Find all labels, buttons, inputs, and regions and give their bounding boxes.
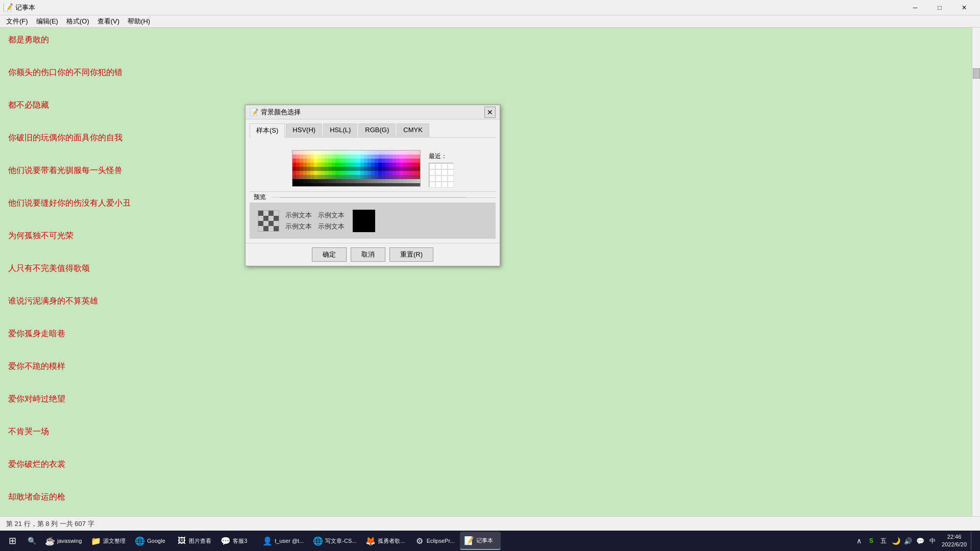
svg-rect-114 xyxy=(314,163,318,167)
svg-rect-261 xyxy=(325,179,329,184)
tray-s-icon[interactable]: S xyxy=(866,536,876,546)
close-button[interactable]: ✕ xyxy=(952,0,976,15)
taskbar-item-label: 客服3 xyxy=(233,537,247,545)
svg-rect-124 xyxy=(350,163,354,167)
svg-rect-208 xyxy=(393,171,397,176)
menu-help[interactable]: 帮助(H) xyxy=(124,16,154,27)
taskbar-item[interactable]: 🌐写文章-CS... xyxy=(309,532,360,550)
svg-rect-2 xyxy=(300,151,304,155)
svg-rect-97 xyxy=(382,159,386,163)
recent-cell[interactable] xyxy=(435,163,442,169)
svg-rect-25 xyxy=(382,151,386,155)
svg-rect-247 xyxy=(403,175,407,180)
svg-rect-196 xyxy=(350,171,354,176)
maximize-button[interactable]: □ xyxy=(928,0,951,15)
recent-cell[interactable] xyxy=(448,182,454,188)
svg-rect-252 xyxy=(292,179,297,184)
taskbar-item[interactable]: 🦊孤勇者歌... xyxy=(361,532,409,550)
svg-rect-268 xyxy=(350,179,354,184)
svg-rect-216 xyxy=(292,175,297,180)
menu-edit[interactable]: 编辑(E) xyxy=(32,16,62,27)
svg-rect-201 xyxy=(368,171,372,176)
recent-cell[interactable] xyxy=(429,163,435,169)
menu-view[interactable]: 查看(V) xyxy=(93,16,124,27)
svg-rect-154 xyxy=(328,167,332,171)
svg-rect-117 xyxy=(325,163,329,167)
vertical-scrollbar[interactable] xyxy=(972,28,980,537)
search-button[interactable]: 🔍 xyxy=(22,532,41,550)
svg-rect-309 xyxy=(368,183,372,187)
svg-rect-118 xyxy=(328,163,332,167)
svg-rect-150 xyxy=(314,167,318,171)
svg-rect-197 xyxy=(353,171,357,176)
minimize-button[interactable]: ─ xyxy=(903,0,927,15)
svg-rect-103 xyxy=(403,159,407,163)
tray-five-icon[interactable]: 五 xyxy=(878,536,889,546)
tray-moon-icon[interactable]: 🌙 xyxy=(891,536,901,546)
svg-rect-299 xyxy=(332,183,336,187)
taskbar-item[interactable]: 💬客服3 xyxy=(216,532,257,550)
svg-rect-199 xyxy=(360,171,364,176)
show-desktop-button[interactable] xyxy=(971,532,974,550)
tab-sample[interactable]: 样本(S) xyxy=(250,123,285,138)
color-palette-wrapper[interactable] xyxy=(292,150,421,187)
recent-palette[interactable] xyxy=(429,163,453,187)
checker-cell xyxy=(263,211,268,216)
clock-date: 2022/6/20 xyxy=(942,541,967,548)
svg-rect-0 xyxy=(292,151,297,155)
tab-hsl[interactable]: HSL(L) xyxy=(323,123,357,138)
recent-cell[interactable] xyxy=(429,176,435,182)
color-palette-svg[interactable] xyxy=(292,150,421,187)
taskbar-item[interactable]: 🖼图片查看 xyxy=(173,532,215,550)
taskbar-item[interactable]: ⚙EclipsePr... xyxy=(410,532,459,550)
recent-cell[interactable] xyxy=(448,163,454,169)
recent-cell[interactable] xyxy=(429,182,435,188)
taskbar-item[interactable]: 📁源文整理 xyxy=(87,532,130,550)
svg-rect-107 xyxy=(418,159,421,163)
confirm-button[interactable]: 确定 xyxy=(312,247,347,262)
taskbar-item[interactable]: 📝记事本 xyxy=(460,532,501,550)
tray-chinese-icon[interactable]: 中 xyxy=(927,536,938,546)
svg-rect-205 xyxy=(382,171,386,176)
tray-sound-icon[interactable]: 🔊 xyxy=(903,536,913,546)
svg-rect-156 xyxy=(335,167,339,171)
taskbar-item[interactable]: ☕javaswing xyxy=(41,532,86,550)
taskbar-item[interactable]: 🌐Google xyxy=(131,532,172,550)
scrollbar-thumb[interactable] xyxy=(973,68,980,79)
tab-rgb[interactable]: RGB(G) xyxy=(358,123,396,138)
recent-cell[interactable] xyxy=(442,176,448,182)
svg-rect-120 xyxy=(335,163,339,167)
svg-rect-246 xyxy=(400,175,404,180)
menu-file[interactable]: 文件(F) xyxy=(2,16,32,27)
svg-rect-21 xyxy=(368,151,372,155)
reset-button[interactable]: 重置(R) xyxy=(389,247,433,262)
cancel-button[interactable]: 取消 xyxy=(351,247,385,262)
dialog-close-button[interactable]: ✕ xyxy=(484,107,496,118)
recent-cell[interactable] xyxy=(448,176,454,182)
text-content-area[interactable]: 都是勇敢的 你额头的伤口你的不同你犯的错 都不必隐藏 你破旧的玩偶你的面具你的自… xyxy=(0,28,980,537)
svg-rect-243 xyxy=(389,175,393,180)
tray-clock[interactable]: 22:46 2022/6/20 xyxy=(940,532,969,550)
svg-rect-133 xyxy=(382,163,386,167)
recent-cell[interactable] xyxy=(448,169,454,176)
svg-rect-162 xyxy=(357,167,361,171)
lyric-line xyxy=(8,407,972,423)
tray-show-hidden[interactable]: ∧ xyxy=(854,536,864,546)
svg-rect-213 xyxy=(410,171,414,176)
recent-cell[interactable] xyxy=(435,176,442,182)
tab-hsv[interactable]: HSV(H) xyxy=(286,123,322,138)
svg-rect-23 xyxy=(375,151,379,155)
recent-cell[interactable] xyxy=(435,169,442,176)
taskbar-item[interactable]: 👤t_user @t... xyxy=(258,532,308,550)
menu-format[interactable]: 格式(O) xyxy=(62,16,93,27)
recent-cell[interactable] xyxy=(442,182,448,188)
recent-cell[interactable] xyxy=(442,163,448,169)
tab-cmyk[interactable]: CMYK xyxy=(397,123,429,138)
svg-rect-315 xyxy=(389,183,393,187)
start-button[interactable]: ⊞ xyxy=(2,531,22,551)
recent-cell[interactable] xyxy=(429,169,435,176)
recent-cell[interactable] xyxy=(442,169,448,176)
svg-rect-163 xyxy=(360,167,364,171)
tray-network-icon[interactable]: 💬 xyxy=(915,536,925,546)
recent-cell[interactable] xyxy=(435,182,442,188)
